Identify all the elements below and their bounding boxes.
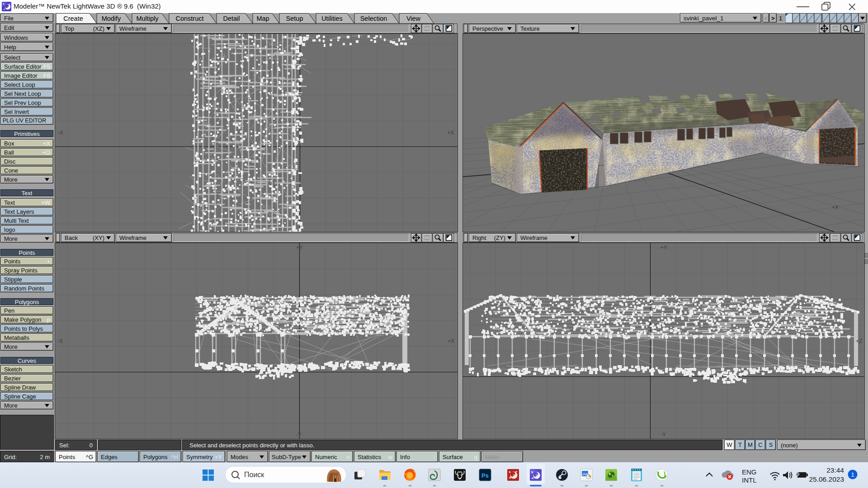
svg-text:+X: +X xyxy=(832,204,839,211)
svg-text:-Y: -Y xyxy=(296,432,302,438)
svg-text:25.06.2023: 25.06.2023 xyxy=(809,475,844,483)
svg-text:View: View xyxy=(406,15,421,22)
svg-text:Construct: Construct xyxy=(175,15,203,22)
svg-text:Multiply: Multiply xyxy=(136,15,159,22)
svg-text:-X: -X xyxy=(57,338,63,344)
svg-text:Поиск: Поиск xyxy=(244,471,264,479)
svg-text:Modify: Modify xyxy=(102,15,121,22)
svg-text:Ps: Ps xyxy=(481,472,489,479)
svg-text:+X: +X xyxy=(448,338,454,344)
svg-text:INTL: INTL xyxy=(742,476,757,484)
svg-text:Selection: Selection xyxy=(360,15,387,22)
svg-text:+Y: +Y xyxy=(660,244,667,251)
svg-text:Utilities: Utilities xyxy=(321,15,343,22)
svg-text:1: 1 xyxy=(851,471,854,478)
svg-text:ENG: ENG xyxy=(742,468,757,476)
svg-text:+X: +X xyxy=(447,130,454,136)
svg-text:Map: Map xyxy=(256,15,269,22)
svg-text:-Y: -Y xyxy=(660,432,666,438)
svg-text:-X: -X xyxy=(58,130,63,136)
svg-text:23:44: 23:44 xyxy=(826,466,844,474)
svg-text:Setup: Setup xyxy=(286,15,303,22)
svg-text:Create: Create xyxy=(63,15,83,22)
svg-text:+Y: +Y xyxy=(296,244,303,251)
svg-text:Detail: Detail xyxy=(223,15,240,22)
svg-text:+Z: +Z xyxy=(856,338,862,344)
